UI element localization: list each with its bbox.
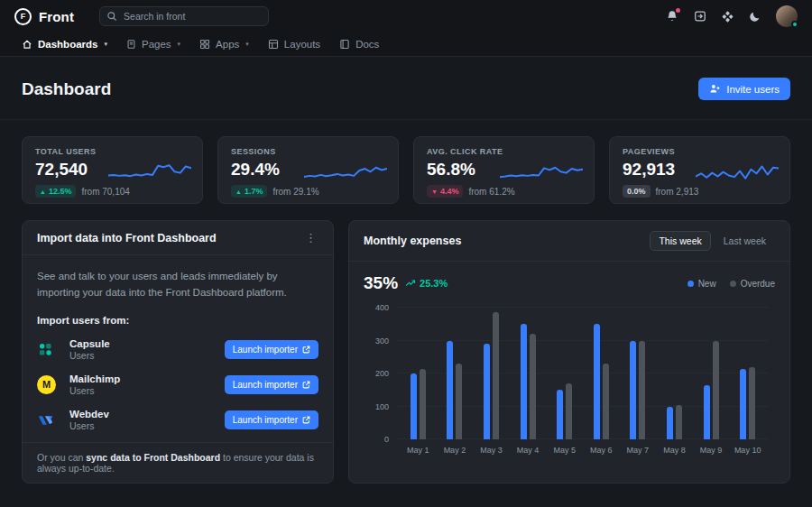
bar-overdue: [639, 341, 645, 440]
bar-group: [583, 308, 620, 439]
import-row-webdev: Webdev Users Launch importer: [37, 409, 318, 431]
top-navbar: F Front: [0, 0, 812, 32]
import-data-card: Import data into Front Dashboard ⋮ See a…: [22, 220, 334, 484]
x-axis-label: May 7: [620, 446, 657, 455]
sync-data-link[interactable]: sync data to Front Dashboard: [86, 452, 220, 463]
stat-label: SESSIONS: [231, 147, 385, 156]
monthly-expenses-card: Monthly expenses This week Last week 35%…: [348, 220, 790, 484]
bar-overdue: [676, 405, 682, 439]
sparkline-chart: [304, 157, 387, 189]
bar-new: [411, 373, 417, 439]
nav-item-layouts[interactable]: Layouts: [268, 39, 320, 50]
sparkline-chart: [696, 157, 779, 189]
bell-icon[interactable]: [666, 10, 678, 23]
import-description: See and talk to your users and leads imm…: [37, 269, 318, 301]
sparkline-chart: [500, 157, 583, 189]
stat-label: TOTAL USERS: [35, 147, 189, 156]
bar-group: [620, 308, 657, 439]
invite-users-label: Invite users: [726, 84, 780, 95]
stat-card-total-users: TOTAL USERS 72,540 ▲ 12.5% from 70,104: [22, 136, 203, 204]
chevron-down-icon: ▾: [178, 41, 181, 48]
x-axis-label: May 5: [546, 446, 583, 455]
bar-new: [704, 385, 710, 439]
book-icon: [339, 39, 350, 50]
notification-dot: [676, 8, 680, 13]
capsule-icon: [37, 341, 60, 358]
import-row-capsule: Capsule Users Launch importer: [37, 338, 318, 361]
nav-item-dashboards[interactable]: Dashboards ▾: [22, 39, 107, 50]
chevron-down-icon: ▾: [104, 41, 107, 48]
online-status-dot: [791, 21, 798, 28]
front-logo-icon: F: [14, 8, 32, 25]
import-subtitle: Import users from:: [37, 315, 318, 326]
expenses-headline-delta: 25.3%: [405, 278, 448, 289]
sparkline-chart: [108, 157, 191, 189]
x-axis-label: May 8: [656, 446, 693, 455]
navbar-actions: [666, 5, 798, 27]
main-row: Import data into Front Dashboard ⋮ See a…: [0, 204, 812, 484]
legend-item-new[interactable]: New: [687, 279, 716, 289]
nav-item-label: Apps: [216, 39, 239, 50]
chevron-down-icon: ▾: [245, 41, 249, 48]
nav-item-label: Dashboards: [38, 39, 97, 50]
bar-new: [557, 390, 563, 439]
nav-item-label: Docs: [355, 39, 379, 50]
avatar[interactable]: [776, 5, 798, 27]
stat-compare: from 2,913: [656, 187, 699, 197]
card-title: Monthly expenses: [364, 235, 461, 247]
week-toggle: This week Last week: [650, 231, 775, 251]
brand-name: Front: [39, 9, 74, 24]
page-header: Dashboard Invite users: [0, 57, 812, 120]
webdev-icon: [37, 411, 60, 429]
nav-item-docs[interactable]: Docs: [339, 39, 379, 50]
delta-badge: 0.0%: [623, 185, 651, 198]
bar-group: [546, 308, 583, 439]
delta-badge: ▲ 1.7%: [231, 185, 267, 198]
secondary-nav: Dashboards ▾ Pages ▾ Apps ▾ Layouts Docs: [0, 32, 812, 57]
toggle-this-week[interactable]: This week: [650, 231, 710, 251]
integration-subtitle: Users: [69, 350, 110, 361]
expenses-chart-xlabels: May 1May 2May 3May 4May 5May 6May 7May 8…: [396, 446, 770, 455]
kebab-menu-icon[interactable]: ⋮: [303, 231, 318, 244]
external-link-icon: [302, 381, 310, 389]
launch-importer-button-mailchimp[interactable]: Launch importer: [225, 375, 318, 394]
nav-item-label: Pages: [142, 39, 171, 50]
bar-new: [667, 407, 673, 440]
delta-badge: ▼ 4.4%: [427, 185, 463, 198]
integration-subtitle: Users: [69, 385, 120, 396]
toggle-last-week[interactable]: Last week: [715, 231, 775, 251]
bar-new: [740, 369, 746, 439]
brand-logo[interactable]: F Front: [14, 8, 74, 25]
external-link-icon: [302, 416, 310, 424]
launch-importer-button-webdev[interactable]: Launch importer: [225, 410, 318, 429]
legend-item-overdue[interactable]: Overdue: [730, 279, 775, 289]
bar-group: [473, 308, 510, 439]
import-row-mailchimp: M Mailchimp Users Launch importer: [37, 373, 318, 396]
bar-new: [521, 324, 527, 439]
search-input[interactable]: [99, 6, 269, 26]
nav-item-apps[interactable]: Apps ▾: [199, 39, 249, 50]
nav-item-pages[interactable]: Pages ▾: [126, 39, 180, 50]
chart-legend: New Overdue: [687, 279, 775, 289]
stat-card-sessions: SESSIONS 29.4% ▲ 1.7% from 29.1%: [217, 136, 399, 204]
bar-new: [594, 324, 600, 439]
expenses-headline-value: 35%: [364, 273, 398, 293]
y-axis-label: 300: [364, 336, 389, 346]
x-axis-label: May 2: [437, 446, 474, 455]
window-arrow-icon[interactable]: [694, 10, 706, 23]
search-icon: [106, 11, 117, 22]
layout-icon: [268, 39, 279, 50]
integration-name: Webdev: [69, 409, 109, 419]
graph-up-arrow-icon: [405, 278, 416, 289]
trend-up-icon: ▲: [235, 189, 242, 195]
legend-dot-overdue: [730, 281, 736, 287]
x-axis-label: May 4: [510, 446, 547, 455]
bar-new: [447, 341, 453, 440]
integration-name: Mailchimp: [69, 373, 120, 384]
apps-grid-icon[interactable]: [722, 11, 734, 23]
launch-importer-button-capsule[interactable]: Launch importer: [225, 340, 318, 359]
invite-users-button[interactable]: Invite users: [698, 78, 790, 100]
moon-icon[interactable]: [749, 11, 761, 23]
nav-item-label: Layouts: [284, 39, 320, 50]
house-icon: [22, 39, 32, 50]
